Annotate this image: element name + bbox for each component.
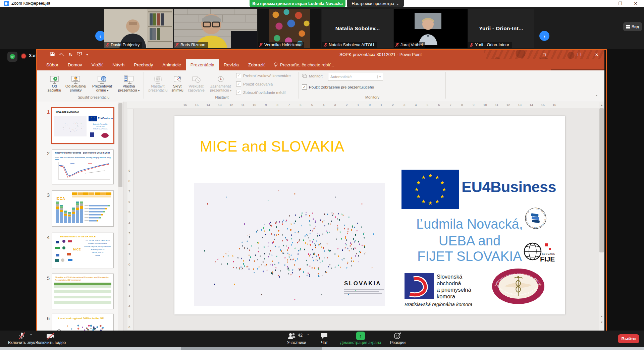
reactions-label: Реакции xyxy=(381,340,415,345)
tab-prechody[interactable]: Prechody xyxy=(129,59,157,70)
participants-icon xyxy=(287,332,297,340)
mini-sopk-logo xyxy=(90,132,94,137)
participants-options-chevron[interactable]: ⌃ xyxy=(307,334,310,338)
video-tile-natalia[interactable]: Natalia Sobolev... Natalia Soboleva AITO… xyxy=(322,9,393,48)
horizontal-ruler[interactable]: 1615141312111098765432101234567891011121… xyxy=(127,102,599,108)
mini-slide-title: ICCA xyxy=(56,197,65,200)
group-label-setup: Nastaviť xyxy=(148,95,297,99)
lightbulb-icon xyxy=(274,62,278,67)
powerpoint-window: ↶▾ ↻ ▾ SOPK prezentácia 30112021 - Power… xyxy=(37,50,604,347)
tab-domov[interactable]: Domov xyxy=(63,59,87,70)
slide-thumbnail-3[interactable]: ICCA xyxy=(52,190,114,227)
rehearse-timings-button[interactable]: Vyskúšať časovanie xyxy=(186,72,206,94)
leave-meeting-button[interactable]: Выйти xyxy=(618,334,639,343)
tell-me-label: Prezraďte, čo chcete robiť... xyxy=(280,62,334,67)
redo-button[interactable]: ↻ xyxy=(69,52,73,57)
video-tile-yurii[interactable]: Yurii - Orion-Int... Yurii - Orion-Intou… xyxy=(468,9,534,48)
vertical-ruler[interactable]: 9876543210123456789 xyxy=(127,109,133,330)
slide-scrollbar[interactable]: ▴ ▴ ▾ xyxy=(599,102,604,331)
tell-me-search[interactable]: Prezraďte, čo chcete robiť... xyxy=(270,59,338,70)
slide-thumbnail-2[interactable]: Recovery further delayed - pax return to… xyxy=(52,150,114,184)
start-slideshow-button[interactable] xyxy=(77,52,82,57)
slide-canvas[interactable]: MICE and SLOVAKIA SLOVAKIA ★★★★★★★★★★★★ … xyxy=(174,116,565,314)
slide-thumbnail-5[interactable]: Slovakia in ICCA International Congress … xyxy=(52,274,114,309)
mini-slide-title: Local and regional DMO-s in the SR xyxy=(58,317,104,320)
eu4business-label: EU4Business xyxy=(462,178,556,196)
setup-slideshow-button[interactable]: Nastaviť prezentáciu xyxy=(148,72,168,94)
tab-prezentacia[interactable]: Prezentácia xyxy=(186,59,219,70)
ppt-restore-button[interactable]: ❐ xyxy=(572,50,586,59)
record-slideshow-button[interactable]: Zaznamenať prezentáciu ▾ xyxy=(207,72,234,94)
audio-options-chevron[interactable]: ⌃ xyxy=(30,333,33,338)
tab-revizia[interactable]: Revízia xyxy=(219,59,243,70)
checkbox-use-presenter-view[interactable]: ✓Použiť zobrazenie pre prezentujúceho xyxy=(302,84,374,90)
close-button[interactable]: ✕ xyxy=(630,0,641,7)
monitor-dropdown-value: Automatické xyxy=(330,75,352,79)
share-screen-label: Демонстрация экрана xyxy=(335,340,386,345)
ppt-close-button[interactable]: ✕ xyxy=(590,50,604,59)
custom-show-button[interactable]: Vlastná prezentácia ▾ xyxy=(117,72,141,94)
eu-star: ★ xyxy=(440,180,444,186)
minimize-button[interactable]: — xyxy=(599,0,610,7)
participants-count: 42 xyxy=(298,333,303,338)
tab-zobrazit[interactable]: Zobraziť xyxy=(244,59,269,70)
checkbox-play-narrations[interactable]: ✓Prehrať zvukové komentáre xyxy=(236,73,291,78)
map-caption-line xyxy=(344,291,379,292)
tab-vlozit[interactable]: Vložiť xyxy=(87,59,107,70)
customize-qat-button[interactable]: ▾ xyxy=(86,53,88,56)
mini-table-header-row xyxy=(54,283,111,285)
participant-name-tag: David Pobjecky xyxy=(104,42,142,48)
grid-view-icon xyxy=(626,25,630,28)
map-caption-line xyxy=(344,293,382,294)
security-shield-badge[interactable] xyxy=(7,52,17,62)
muted-mic-icon xyxy=(105,43,109,47)
kyiv-chamber-logo: КИЇВСЬКА ТОРГОВО-ПРОМИСЛОВА ПАЛАТА THE K… xyxy=(491,268,545,305)
slide-thumbnail-4[interactable]: Stakehholders in the SK MICE MICE TO, TA… xyxy=(52,233,114,268)
next-slide-button[interactable]: ▾ xyxy=(599,320,604,326)
previous-slide-button[interactable]: ▴ xyxy=(599,314,604,320)
mini-slide-title: MICE and SLOVAKIA xyxy=(56,111,79,113)
present-online-button[interactable]: Prezentovať online ▾ xyxy=(90,72,115,94)
tab-animacie[interactable]: Animácie xyxy=(158,59,185,70)
eu-flag-logo: ★★★★★★★★★★★★ xyxy=(401,170,459,209)
slide-number: 1 xyxy=(42,109,50,115)
tab-subor[interactable]: Súbor xyxy=(42,59,63,70)
video-tile-david[interactable]: David Pobjecky xyxy=(104,9,173,48)
taskbar-strip xyxy=(0,347,644,350)
undo-button[interactable]: ↶▾ xyxy=(59,52,64,57)
restore-button[interactable]: ❐ xyxy=(614,0,626,7)
slide-thumbnail-1[interactable]: MICE and SLOVAKIA EU4Business Ľudmila No… xyxy=(51,107,114,144)
ribbon-display-options-button[interactable]: ⊡ xyxy=(537,50,551,59)
monitor-dropdown[interactable]: Automatické ▾ xyxy=(328,73,383,81)
eu-star: ★ xyxy=(428,200,432,206)
save-button[interactable] xyxy=(50,52,55,57)
mini-mice-label: MICE xyxy=(73,248,81,251)
thumbnail-scrollbar[interactable] xyxy=(118,102,123,347)
video-tile-boris[interactable]: Boris Rizman xyxy=(174,9,257,48)
tab-navrh[interactable]: Návrh xyxy=(108,59,129,70)
checkbox-use-timings[interactable]: ✓Použiť časovania xyxy=(236,81,273,86)
scroll-up-icon[interactable]: ▴ xyxy=(599,102,604,108)
from-beginning-button[interactable]: Od začiatku xyxy=(46,72,62,94)
slideshow-current-icon xyxy=(71,75,80,84)
view-button[interactable]: Вид xyxy=(623,22,642,31)
monitor-label: Monitor: xyxy=(309,74,323,78)
start-video-label: Включить видео xyxy=(29,340,72,345)
slovakia-people-map: SLOVAKIA xyxy=(194,183,385,306)
mini-eu4business: EU4Business xyxy=(98,117,113,119)
zoom-window-titlebar: Zoom Конференция Вы просматриваете экран… xyxy=(0,0,644,7)
video-tile-juraj[interactable]: Juraj Vrábel xyxy=(394,9,468,48)
video-tile-veronika[interactable]: Veronika Holeckova xyxy=(258,9,321,48)
hide-slide-button[interactable]: Skryť snímku xyxy=(170,72,185,94)
dotted-line xyxy=(194,306,385,306)
ppt-minimize-button[interactable]: — xyxy=(555,50,569,59)
collapse-ribbon-button[interactable]: ⌃ xyxy=(595,95,598,99)
svg-text:SLOVAKIA: SLOVAKIA xyxy=(542,253,555,255)
screen: Zoom Конференция Вы просматриваете экран… xyxy=(0,0,644,350)
view-settings-dropdown[interactable]: Настройки просмотра ⌄ xyxy=(347,0,404,7)
eu-star: ★ xyxy=(414,186,419,192)
scroll-participants-right-button[interactable]: › xyxy=(539,31,549,41)
eu-star: ★ xyxy=(435,198,439,205)
checkbox-show-media-controls[interactable]: ✓Zobraziť ovládanie médií xyxy=(236,90,285,95)
from-current-slide-button[interactable]: Od aktuálnej snímky xyxy=(64,72,88,94)
